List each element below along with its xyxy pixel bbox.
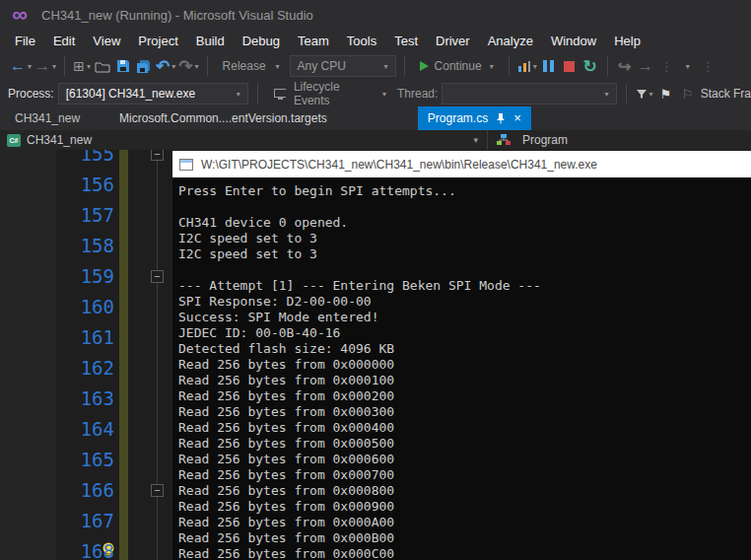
flag-thread-button[interactable]: ⚐: [679, 82, 697, 105]
navigate-forward-button[interactable]: →▾: [34, 54, 56, 78]
menu-item[interactable]: Edit: [44, 32, 84, 50]
toolbar-overflow-handle[interactable]: ⋮: [657, 54, 675, 78]
line-number: 158: [0, 231, 114, 261]
console-output-line: Read 256 bytes from 0x000200: [178, 388, 751, 404]
undo-icon: ↶: [156, 56, 170, 77]
continue-label: Continue: [435, 59, 482, 73]
navigate-backward-button[interactable]: ←▾: [10, 54, 32, 78]
folder-icon: [95, 60, 110, 73]
menu-item[interactable]: Window: [542, 32, 605, 50]
tab-program-cs[interactable]: Program.cs ×: [418, 106, 531, 130]
undo-button[interactable]: ↶▾: [156, 54, 175, 78]
debug-location-toolbar: Process: [61304] CH341_new.exe▾ Lifecycl…: [0, 81, 751, 106]
pin-icon[interactable]: [496, 112, 506, 124]
menu-item[interactable]: Team: [289, 32, 338, 50]
save-all-button[interactable]: [135, 54, 153, 78]
stop-icon: [564, 61, 575, 72]
chevron-down-icon: ▾: [237, 90, 240, 99]
line-number: 163: [0, 384, 114, 414]
document-tab-bar: CH341_new Microsoft.Common....entVersion…: [0, 106, 751, 130]
break-all-button[interactable]: [540, 54, 558, 78]
solution-configuration-dropdown[interactable]: Release▾: [216, 55, 287, 77]
line-number: 159: [0, 261, 114, 292]
new-item-button[interactable]: ⊞▾: [73, 54, 91, 78]
toolbar-separator: [257, 84, 258, 104]
step-over-button[interactable]: →: [637, 54, 654, 78]
menu-item[interactable]: View: [84, 32, 129, 50]
console-title-bar[interactable]: W:\GIT\PROJECTS\CH341_new\CH341_new\bin\…: [172, 151, 751, 177]
type-dropdown[interactable]: Program: [487, 130, 751, 150]
diagnostics-icon: [517, 60, 531, 73]
console-output-line: Read 256 bytes from 0x000600: [178, 452, 751, 467]
console-output[interactable]: Press Enter to begin SPI attempts...CH34…: [172, 177, 751, 560]
restart-button[interactable]: ↻: [581, 54, 599, 78]
chevron-down-icon: ▾: [533, 62, 537, 71]
code-fold-toggle[interactable]: −: [151, 484, 164, 497]
console-output-line: Detected flash size: 4096 KB: [178, 341, 751, 357]
console-output-line: I2C speed set to 3: [178, 246, 751, 262]
menu-item[interactable]: Debug: [234, 32, 289, 50]
lifecycle-events-label: Lifecycle Events: [294, 80, 373, 107]
console-app-icon[interactable]: [179, 159, 193, 171]
process-label: Process:: [8, 87, 54, 101]
menu-bar: FileEditViewProjectBuildDebugTeamToolsTe…: [0, 30, 751, 51]
show-next-statement-button[interactable]: ↪: [616, 54, 634, 78]
lifecycle-events-dropdown[interactable]: Lifecycle Events ▾: [267, 83, 393, 105]
chevron-down-icon: ▾: [490, 62, 494, 71]
tab-ch341-new[interactable]: CH341_new: [5, 106, 90, 130]
save-button[interactable]: [114, 54, 132, 78]
back-arrow-icon: ←: [10, 57, 26, 75]
save-all-icon: [136, 59, 152, 74]
close-icon[interactable]: ×: [513, 112, 521, 124]
toolbar-separator: [207, 56, 208, 76]
code-fold-toggle[interactable]: −: [151, 270, 164, 283]
open-file-button[interactable]: [94, 54, 111, 78]
process-dropdown[interactable]: [61304] CH341_new.exe▾: [58, 83, 248, 105]
continue-button[interactable]: Continue▾: [413, 55, 501, 77]
line-number: 155: [0, 150, 114, 170]
menu-item[interactable]: Analyze: [479, 32, 542, 50]
line-number: 166: [0, 475, 114, 506]
class-icon: [497, 134, 511, 146]
chevron-down-icon: ▾: [384, 62, 388, 71]
thread-dropdown[interactable]: ▾: [442, 83, 616, 105]
menu-item[interactable]: Build: [187, 32, 234, 50]
stop-debugging-button[interactable]: [561, 54, 579, 78]
console-output-line: Read 256 bytes from 0x000B00: [178, 530, 751, 546]
console-output-line: Success: SPI Mode entered!: [178, 310, 751, 325]
toolbar-overflow-handle[interactable]: ⋮: [699, 54, 717, 78]
console-output-line: --- Attempt [1] --- Entering Beken SPI M…: [178, 278, 751, 294]
solution-platform-dropdown[interactable]: Any CPU▾: [290, 55, 396, 77]
menu-item[interactable]: Test: [385, 32, 427, 50]
toolbar-options-button[interactable]: ▾: [678, 54, 696, 78]
title-bar[interactable]: ∞ CH341_new (Running) - Microsoft Visual…: [0, 0, 751, 30]
menu-item[interactable]: Tools: [338, 32, 385, 50]
type-name: Program: [522, 133, 568, 147]
process-value: [61304] CH341_new.exe: [66, 87, 195, 101]
console-output-line: Read 256 bytes from 0x000900: [178, 499, 751, 515]
line-number: 167: [0, 506, 114, 536]
chevron-down-icon: ▾: [52, 62, 56, 71]
filter-threads-button[interactable]: ▾: [636, 82, 653, 105]
tab-microsoft-common-targets[interactable]: Microsoft.Common....entVersion.targets: [109, 106, 337, 130]
toggle-flagged-threads-button[interactable]: ⚑: [657, 82, 675, 105]
console-output-line: Read 256 bytes from 0x000C00: [178, 546, 751, 560]
menu-item[interactable]: Driver: [427, 32, 479, 50]
toolbar-separator: [64, 56, 65, 76]
menu-item[interactable]: Help: [605, 32, 649, 50]
console-title-path: W:\GIT\PROJECTS\CH341_new\CH341_new\bin\…: [201, 158, 597, 172]
line-number: 164: [0, 414, 114, 445]
console-output-line: CH341 device 0 opened.: [178, 215, 751, 231]
project-dropdown[interactable]: C# CH341_new ▾: [0, 130, 487, 150]
console-output-line: Press Enter to begin SPI attempts...: [178, 183, 751, 199]
line-number: 168: [0, 536, 114, 560]
menu-item[interactable]: File: [6, 32, 44, 50]
lifecycle-icon: [274, 89, 286, 100]
diagnostic-tools-button[interactable]: ▾: [517, 54, 537, 78]
code-fold-toggle[interactable]: −: [151, 150, 164, 161]
menu-item[interactable]: Project: [129, 32, 186, 50]
console-output-line: Read 256 bytes from 0x000800: [178, 483, 751, 499]
redo-button[interactable]: ↷▾: [178, 54, 198, 78]
overflow-grip-icon: ⋮: [702, 59, 714, 74]
standard-toolbar: ←▾ →▾ ⊞▾ ↶▾ ↷▾ Release▾ Any CPU▾ Continu…: [0, 51, 751, 81]
